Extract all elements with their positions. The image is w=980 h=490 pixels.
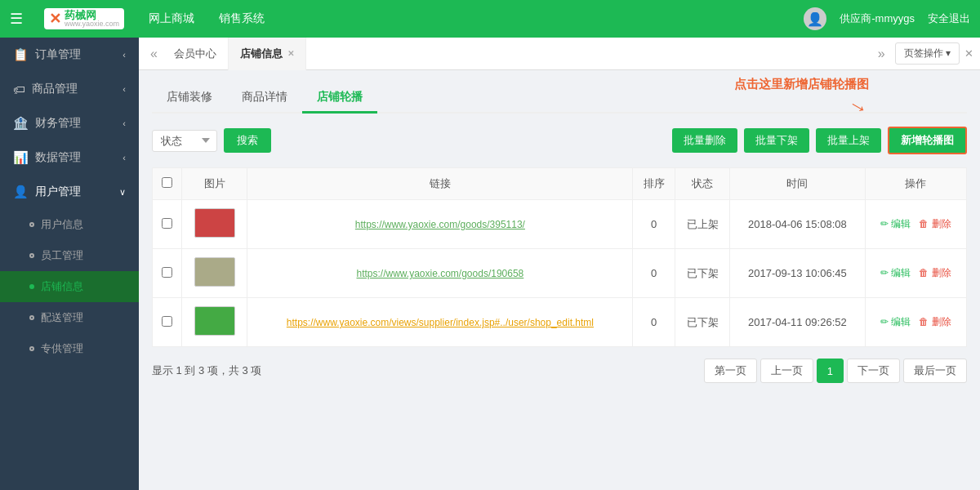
sidebar-sub-label-shop-info: 店铺信息	[41, 279, 83, 294]
tab-bar: « 会员中心 店铺信息 ✕ » 页签操作 ▾ ✕	[139, 38, 980, 70]
sidebar-sub-label-delivery: 配送管理	[41, 310, 83, 325]
sidebar-sub-staff[interactable]: 员工管理	[0, 240, 139, 271]
status-filter[interactable]: 状态 已上架 已下架	[152, 130, 217, 152]
row-thumbnail-0	[194, 208, 235, 238]
first-page-button[interactable]: 第一页	[704, 359, 757, 383]
delete-button-1[interactable]: 🗑 删除	[919, 267, 951, 278]
tab-member[interactable]: 会员中心	[163, 38, 229, 70]
table-header-image: 图片	[182, 168, 247, 200]
nav-shop[interactable]: 网上商城	[149, 11, 194, 26]
nav-sales[interactable]: 销售系统	[219, 11, 265, 26]
sidebar-item-data[interactable]: 📊 数据管理 ‹	[0, 140, 139, 175]
sidebar-label-product: 商品管理	[32, 82, 78, 96]
row-link-1[interactable]: https://www.yaoxie.com/goods/190658	[356, 268, 523, 279]
logo-en: www.yaoxie.com	[65, 20, 119, 28]
batch-on-button[interactable]: 批量上架	[816, 128, 881, 153]
top-navigation: ☰ ✕ 药械网 www.yaoxie.com 网上商城 销售系统 👤 供应商-m…	[0, 0, 980, 38]
tab-bar-close-icon[interactable]: ✕	[964, 47, 973, 60]
sidebar-item-user[interactable]: 👤 用户管理 ∨	[0, 175, 139, 209]
toolbar: 状态 已上架 已下架 搜索 批量删除 批量下架 批量上架	[152, 127, 967, 154]
hint-text: 点击这里新增店铺轮播图	[734, 77, 869, 91]
toolbar-right: 批量删除 批量下架 批量上架 新增轮播图	[672, 127, 967, 154]
sidebar-label-data: 数据管理	[35, 150, 81, 165]
row-checkbox-2[interactable]	[162, 316, 172, 327]
sidebar-item-order[interactable]: 📋 订单管理 ‹	[0, 38, 139, 72]
sidebar-arrow-order: ‹	[122, 50, 126, 60]
hamburger-icon[interactable]: ☰	[10, 10, 23, 28]
search-label: 搜索	[237, 134, 258, 146]
user-name: 供应商-mmyygs	[840, 11, 915, 26]
batch-delete-label: 批量删除	[684, 134, 726, 146]
sidebar-arrow-user: ∨	[119, 187, 126, 198]
sub-tab-detail-label: 商品详情	[242, 90, 287, 103]
sidebar-sub-special[interactable]: 专供管理	[0, 333, 139, 364]
logo-area: ☰ ✕ 药械网 www.yaoxie.com	[10, 8, 149, 29]
row-link-2[interactable]: https://www.yaoxie.com/views/supplier/in…	[287, 317, 594, 328]
sub-tab-detail[interactable]: 商品详情	[227, 83, 302, 114]
table-header-sort: 排序	[633, 168, 675, 200]
edit-button-1[interactable]: ✏ 编辑	[880, 267, 911, 278]
batch-off-button[interactable]: 批量下架	[744, 128, 809, 153]
table-header-check	[153, 168, 182, 200]
sidebar-label-order: 订单管理	[35, 47, 81, 62]
delete-button-0[interactable]: 🗑 删除	[919, 218, 951, 229]
edit-button-0[interactable]: ✏ 编辑	[880, 218, 911, 229]
table-header-link: 链接	[247, 168, 633, 200]
dot-staff	[29, 253, 34, 258]
sidebar-sub-user-info[interactable]: 用户信息	[0, 209, 139, 240]
row-time-2: 2017-04-11 09:26:52	[730, 298, 865, 347]
carousel-table: 图片 链接 排序 状态 时间 操作 https://www.yaoxie.com…	[152, 167, 967, 347]
page-content: 店铺装修 商品详情 店铺轮播 点击这里新增店铺轮播图 → 状态	[139, 70, 980, 396]
current-page-button[interactable]: 1	[817, 359, 844, 383]
dot-special	[29, 346, 34, 351]
batch-delete-button[interactable]: 批量删除	[672, 128, 737, 153]
row-actions-1: ✏ 编辑🗑 删除	[865, 249, 967, 298]
tab-member-label: 会员中心	[174, 47, 216, 61]
pagination-info: 显示 1 到 3 项，共 3 项	[152, 363, 261, 378]
sub-tab-carousel[interactable]: 店铺轮播	[302, 83, 377, 114]
select-all-checkbox[interactable]	[162, 177, 172, 188]
sidebar-sub-delivery[interactable]: 配送管理	[0, 302, 139, 333]
tab-back-button[interactable]: «	[145, 47, 163, 61]
batch-off-label: 批量下架	[755, 134, 798, 146]
row-link-0[interactable]: https://www.yaoxie.com/goods/395113/	[355, 219, 525, 230]
top-right: 👤 供应商-mmyygs 安全退出	[804, 7, 970, 30]
sidebar-label-finance: 财务管理	[35, 116, 81, 131]
row-status-1: 已下架	[675, 249, 729, 298]
sidebar: 📋 订单管理 ‹ 🏷 商品管理 ‹ 🏦 财务管理 ‹ 📊 数据管理 ‹ 👤 用户…	[0, 38, 139, 490]
new-carousel-button[interactable]: 新增轮播图	[888, 127, 967, 154]
search-button[interactable]: 搜索	[224, 128, 271, 153]
page-op-label: 页签操作	[904, 47, 943, 59]
sub-tab-area: 店铺装修 商品详情 店铺轮播 点击这里新增店铺轮播图 →	[152, 83, 967, 127]
sub-tab-decor[interactable]: 店铺装修	[152, 83, 227, 114]
tab-close-icon[interactable]: ✕	[287, 49, 294, 58]
product-icon: 🏷	[13, 82, 25, 96]
row-sort-0: 0	[633, 200, 675, 249]
pagination-area: 显示 1 到 3 项，共 3 项 第一页 上一页 1 下一页 最后一页	[152, 359, 967, 383]
delete-button-2[interactable]: 🗑 删除	[919, 316, 951, 327]
sidebar-arrow-data: ‹	[122, 153, 126, 163]
prev-page-button[interactable]: 上一页	[760, 359, 813, 383]
sidebar-label-user: 用户管理	[35, 185, 81, 199]
main-content: « 会员中心 店铺信息 ✕ » 页签操作 ▾ ✕ 店铺装修 商品详情	[139, 38, 980, 490]
tab-shop-info[interactable]: 店铺信息 ✕	[229, 38, 306, 70]
sub-tab-carousel-label: 店铺轮播	[317, 90, 363, 103]
last-page-button[interactable]: 最后一页	[903, 359, 967, 383]
sidebar-sub-shop-info[interactable]: 店铺信息	[0, 271, 139, 302]
row-status-2: 已下架	[675, 298, 729, 347]
tab-forward-button[interactable]: »	[873, 47, 890, 61]
edit-button-2[interactable]: ✏ 编辑	[880, 316, 911, 327]
row-checkbox-0[interactable]	[162, 218, 172, 229]
user-icon: 👤	[13, 185, 29, 199]
table-header-action: 操作	[865, 168, 967, 200]
order-icon: 📋	[13, 47, 29, 62]
logout-button[interactable]: 安全退出	[928, 11, 970, 26]
row-actions-2: ✏ 编辑🗑 删除	[865, 298, 967, 347]
sidebar-item-finance[interactable]: 🏦 财务管理 ‹	[0, 106, 139, 140]
page-op-button[interactable]: 页签操作 ▾	[895, 42, 960, 65]
row-checkbox-1[interactable]	[162, 267, 172, 278]
page-op-arrow: ▾	[946, 47, 951, 59]
sidebar-item-product[interactable]: 🏷 商品管理 ‹	[0, 72, 139, 106]
next-page-button[interactable]: 下一页	[847, 359, 900, 383]
table-row: https://www.yaoxie.com/goods/395113/0已上架…	[153, 200, 967, 249]
